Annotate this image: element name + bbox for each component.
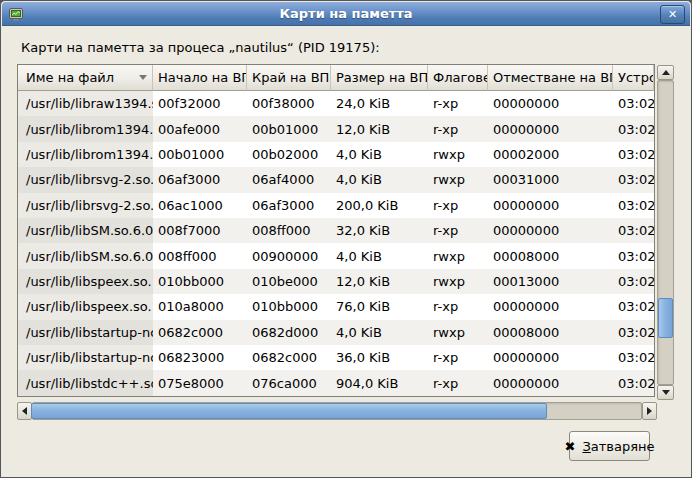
cell-device: 03:02: [613, 116, 654, 141]
cell-device: 03:02: [613, 91, 654, 116]
column-header-vm-offset[interactable]: Отместване на ВП: [488, 65, 613, 91]
cell-device: 03:02: [613, 320, 654, 345]
window-close-button[interactable]: ✕: [660, 5, 685, 24]
cell-vm-start: 00afe000: [153, 116, 247, 141]
horizontal-scrollbar-thumb[interactable]: [31, 403, 547, 419]
table-row[interactable]: /usr/lib/librom1394.s 00afe000 00b01000 …: [18, 116, 654, 141]
column-header-vm-start[interactable]: Начало на ВП: [153, 65, 247, 91]
cell-vm-end: 076ca000: [247, 370, 331, 395]
cell-filename: /usr/lib/librsvg-2.so.2: [18, 167, 153, 192]
table-row[interactable]: /usr/lib/libspeex.so.1 010a8000 010bb000…: [18, 294, 654, 319]
cell-vm-end: 00b02000: [247, 142, 331, 167]
table-row[interactable]: /usr/lib/libraw1394.s 00f32000 00f38000 …: [18, 91, 654, 116]
cell-device: 03:02: [613, 193, 654, 218]
cell-filename: /usr/lib/libstdc++.so.: [18, 370, 153, 395]
cell-vm-size: 904,0 KiB: [331, 370, 428, 395]
cell-filename: /usr/lib/librom1394.s: [18, 116, 153, 141]
column-header-device[interactable]: Устро: [613, 65, 654, 91]
cell-flags: rwxp: [428, 243, 488, 268]
cell-device: 03:02: [613, 218, 654, 243]
cell-vm-end: 00900000: [247, 243, 331, 268]
process-label: Карти на паметта за процеса „nautilus“ (…: [21, 40, 380, 55]
cell-vm-end: 06af3000: [247, 193, 331, 218]
cell-vm-start: 075e8000: [153, 370, 247, 395]
titlebar[interactable]: Карти на паметта ✕: [2, 2, 690, 26]
cell-device: 03:02: [613, 345, 654, 370]
vertical-scrollbar-thumb[interactable]: [658, 298, 673, 338]
cell-filename: /usr/lib/libraw1394.s: [18, 91, 153, 116]
cell-vm-start: 00f32000: [153, 91, 247, 116]
cell-flags: rwxp: [428, 167, 488, 192]
table-row[interactable]: /usr/lib/libstdc++.so. 075e8000 076ca000…: [18, 370, 654, 395]
cell-vm-size: 36,0 KiB: [331, 345, 428, 370]
column-header-filename[interactable]: Име на файл: [18, 65, 153, 91]
cell-filename: /usr/lib/libSM.so.6.0.0: [18, 218, 153, 243]
cell-vm-offset: 00000000: [488, 218, 613, 243]
column-header-flags[interactable]: Флагове: [428, 65, 488, 91]
cell-filename: /usr/lib/libSM.so.6.0.0: [18, 243, 153, 268]
cell-vm-end: 0682d000: [247, 320, 331, 345]
scroll-left-button[interactable]: [17, 402, 32, 420]
arrow-up-icon: [662, 70, 670, 75]
memory-maps-table: Име на файл Начало на ВП Край на ВП Разм…: [17, 64, 655, 397]
vertical-scrollbar[interactable]: [657, 65, 674, 400]
table-row[interactable]: /usr/lib/libSM.so.6.0.0 008ff000 0090000…: [18, 243, 654, 268]
table-body: /usr/lib/libraw1394.s 00f32000 00f38000 …: [18, 91, 654, 396]
cell-vm-size: 24,0 KiB: [331, 91, 428, 116]
close-dialog-button[interactable]: ✖ Затваряне: [569, 431, 650, 461]
cell-filename: /usr/lib/libstartup-not: [18, 320, 153, 345]
cell-vm-size: 200,0 KiB: [331, 193, 428, 218]
cell-vm-offset: 00000000: [488, 370, 613, 395]
column-header-vm-size[interactable]: Размер на ВП: [331, 65, 428, 91]
cell-vm-offset: 00031000: [488, 167, 613, 192]
cell-vm-end: 00b01000: [247, 116, 331, 141]
table-row[interactable]: /usr/lib/libSM.so.6.0.0 008f7000 008ff00…: [18, 218, 654, 243]
table-row[interactable]: /usr/lib/libstartup-not 06823000 0682c00…: [18, 345, 654, 370]
memory-maps-window: Карти на паметта ✕ Карти на паметта за п…: [0, 0, 692, 478]
arrow-left-icon: [22, 407, 27, 415]
cell-filename: /usr/lib/librsvg-2.so.2: [18, 193, 153, 218]
close-x-icon: ✖: [565, 440, 576, 453]
cell-vm-start: 06ac1000: [153, 193, 247, 218]
cell-vm-size: 12,0 KiB: [331, 269, 428, 294]
cell-filename: /usr/lib/librom1394.s: [18, 142, 153, 167]
cell-vm-start: 06823000: [153, 345, 247, 370]
scroll-up-button[interactable]: [657, 65, 674, 80]
column-header-vm-end[interactable]: Край на ВП: [247, 65, 331, 91]
vertical-scrollbar-trough[interactable]: [657, 80, 674, 385]
cell-vm-offset: 00000000: [488, 116, 613, 141]
cell-vm-offset: 00002000: [488, 142, 613, 167]
cell-flags: rwxp: [428, 142, 488, 167]
cell-vm-size: 32,0 KiB: [331, 218, 428, 243]
cell-vm-offset: 00008000: [488, 320, 613, 345]
cell-vm-start: 0682c000: [153, 320, 247, 345]
cell-vm-size: 4,0 KiB: [331, 243, 428, 268]
cell-vm-end: 010be000: [247, 269, 331, 294]
cell-vm-size: 4,0 KiB: [331, 320, 428, 345]
cell-vm-offset: 00000000: [488, 294, 613, 319]
table-row[interactable]: /usr/lib/librsvg-2.so.2 06af3000 06af400…: [18, 167, 654, 192]
scroll-right-button[interactable]: [642, 402, 657, 420]
cell-vm-end: 06af4000: [247, 167, 331, 192]
cell-vm-size: 4,0 KiB: [331, 142, 428, 167]
table-row[interactable]: /usr/lib/libspeex.so.1 010bb000 010be000…: [18, 269, 654, 294]
cell-vm-size: 76,0 KiB: [331, 294, 428, 319]
table-row[interactable]: /usr/lib/librom1394.s 00b01000 00b02000 …: [18, 142, 654, 167]
cell-filename: /usr/lib/libspeex.so.1: [18, 269, 153, 294]
cell-device: 03:02: [613, 167, 654, 192]
arrow-right-icon: [647, 407, 652, 415]
cell-flags: r-xp: [428, 116, 488, 141]
scroll-down-button[interactable]: [657, 385, 674, 400]
system-monitor-icon[interactable]: [8, 6, 24, 22]
cell-device: 03:02: [613, 142, 654, 167]
sort-descending-icon: [139, 75, 147, 80]
cell-device: 03:02: [613, 294, 654, 319]
table-row[interactable]: /usr/lib/librsvg-2.so.2 06ac1000 06af300…: [18, 193, 654, 218]
table-row[interactable]: /usr/lib/libstartup-not 0682c000 0682d00…: [18, 320, 654, 345]
cell-vm-end: 0682c000: [247, 345, 331, 370]
cell-vm-start: 008f7000: [153, 218, 247, 243]
horizontal-scrollbar[interactable]: [17, 402, 657, 420]
cell-vm-start: 010bb000: [153, 269, 247, 294]
cell-vm-offset: 00000000: [488, 345, 613, 370]
cell-vm-end: 008ff000: [247, 218, 331, 243]
